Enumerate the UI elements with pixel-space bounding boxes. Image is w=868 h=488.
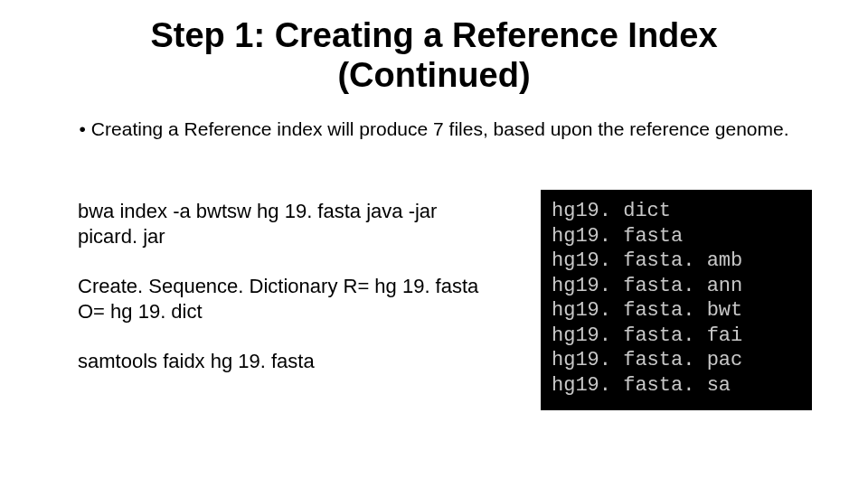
command-line-3: samtools faidx hg 19. fasta: [78, 349, 494, 374]
command-list: bwa index -a bwtsw hg 19. fasta java -ja…: [78, 199, 494, 399]
command-line-2: Create. Sequence. Dictionary R= hg 19. f…: [78, 274, 494, 324]
terminal-line: hg19. fasta. amb: [552, 249, 742, 272]
terminal-line: hg19. fasta. ann: [552, 275, 742, 297]
terminal-output: hg19. dict hg19. fasta hg19. fasta. amb …: [541, 190, 812, 410]
title-line-1: Step 1: Creating a Reference Index: [150, 16, 717, 54]
bullet-text: Creating a Reference index will produce …: [91, 118, 789, 139]
terminal-line: hg19. fasta. sa: [552, 374, 731, 397]
command-line-1: bwa index -a bwtsw hg 19. fasta java -ja…: [78, 199, 494, 249]
slide-title: Step 1: Creating a Reference Index (Cont…: [0, 16, 868, 95]
terminal-line: hg19. dict: [552, 200, 671, 222]
bullet-item: •Creating a Reference index will produce…: [78, 117, 790, 141]
terminal-line: hg19. fasta. bwt: [552, 299, 742, 322]
terminal-line: hg19. fasta: [552, 225, 683, 248]
slide: Step 1: Creating a Reference Index (Cont…: [0, 0, 868, 488]
title-line-2: (Continued): [337, 56, 530, 94]
terminal-line: hg19. fasta. pac: [552, 349, 742, 371]
bullet-dot-icon: •: [80, 117, 86, 141]
terminal-line: hg19. fasta. fai: [552, 324, 742, 347]
